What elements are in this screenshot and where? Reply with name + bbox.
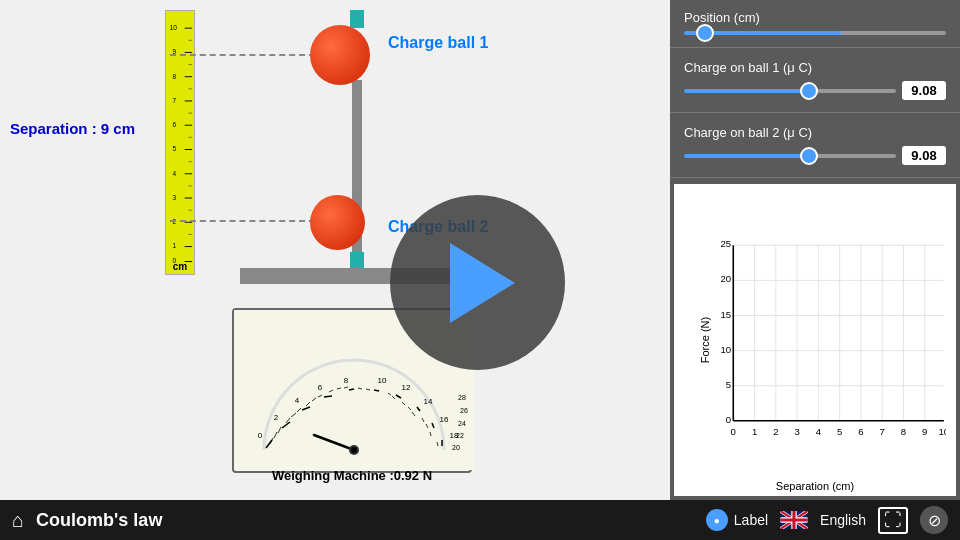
- svg-text:10: 10: [378, 376, 387, 385]
- svg-text:6: 6: [173, 121, 177, 128]
- right-panel: Position (cm) Charge on ball 1 (μ C) 9.0…: [670, 0, 960, 500]
- charge-ball2-control: Charge on ball 2 (μ C) 9.08: [670, 115, 960, 175]
- charge-ball1-slider[interactable]: [684, 89, 896, 93]
- svg-text:26: 26: [460, 407, 468, 414]
- svg-text:7: 7: [173, 97, 177, 104]
- separation-label: Separation : 9 cm: [10, 120, 135, 137]
- divider-1: [670, 47, 960, 48]
- svg-text:16: 16: [440, 415, 449, 424]
- charge-ball-1[interactable]: [310, 25, 370, 85]
- svg-text:10: 10: [170, 24, 178, 31]
- position-label: Position (cm): [684, 10, 946, 25]
- weighing-machine-label: Weighing Machine :0.92 N: [232, 468, 472, 483]
- svg-text:2: 2: [773, 426, 778, 437]
- charge-ball1-label: Charge on ball 1 (μ C): [684, 60, 946, 75]
- divider-3: [670, 177, 960, 178]
- svg-text:1: 1: [752, 426, 757, 437]
- graph-x-label: Separation (cm): [776, 480, 854, 492]
- svg-text:3: 3: [794, 426, 799, 437]
- svg-text:8: 8: [344, 376, 349, 385]
- svg-text:20: 20: [721, 274, 732, 285]
- svg-text:20: 20: [452, 444, 460, 451]
- ruler: 10 9 8 7 6 5 4 3: [165, 10, 195, 275]
- svg-text:1: 1: [173, 242, 177, 249]
- svg-line-38: [324, 396, 332, 397]
- settings-icon: ⊘: [928, 511, 941, 530]
- svg-text:12: 12: [402, 383, 411, 392]
- charge-ball1-control: Charge on ball 1 (μ C) 9.08: [670, 50, 960, 110]
- bottom-bar: ⌂ Coulomb's law ● Label English ⛶ ⊘: [0, 500, 960, 540]
- svg-text:4: 4: [816, 426, 822, 437]
- dashed-line-ball2: [170, 220, 315, 222]
- svg-text:4: 4: [173, 170, 177, 177]
- label-button[interactable]: ● Label: [706, 509, 768, 531]
- svg-text:5: 5: [837, 426, 842, 437]
- svg-text:10: 10: [721, 344, 732, 355]
- ruler-unit-label: cm: [173, 261, 187, 272]
- svg-text:3: 3: [173, 194, 177, 201]
- svg-text:25: 25: [721, 238, 732, 249]
- simulation-area: Separation : 9 cm 10 9 8 7 6 5: [0, 0, 670, 500]
- stand-rod: [352, 80, 362, 280]
- svg-text:7: 7: [880, 426, 885, 437]
- svg-text:14: 14: [424, 397, 433, 406]
- label-text: Label: [734, 512, 768, 528]
- svg-point-82: [351, 447, 357, 453]
- svg-text:22: 22: [456, 432, 464, 439]
- svg-line-40: [349, 389, 354, 390]
- force-graph: Force (N) Separation (cm) 0 5 10 15 20 2…: [674, 184, 956, 496]
- graph-y-label: Force (N): [699, 317, 711, 363]
- position-control: Position (cm): [670, 0, 960, 45]
- svg-text:2: 2: [274, 413, 279, 422]
- svg-text:15: 15: [721, 309, 732, 320]
- play-icon: [450, 243, 515, 323]
- fullscreen-button[interactable]: ⛶: [878, 507, 908, 534]
- svg-text:0: 0: [726, 414, 731, 425]
- language-label[interactable]: English: [820, 512, 866, 528]
- graph-svg: 0 5 10 15 20 25 0: [712, 194, 946, 471]
- divider-2: [670, 112, 960, 113]
- flag-icon: [780, 511, 808, 529]
- ball1-label: Charge ball 1: [388, 34, 488, 52]
- home-button[interactable]: ⌂: [12, 509, 24, 532]
- dashed-line-ball1: [170, 54, 315, 56]
- charge-ball2-value: 9.08: [902, 146, 946, 165]
- svg-text:9: 9: [922, 426, 927, 437]
- svg-text:6: 6: [318, 383, 323, 392]
- svg-text:6: 6: [858, 426, 863, 437]
- svg-line-42: [374, 390, 379, 391]
- play-button[interactable]: [390, 195, 565, 370]
- charge-ball-2[interactable]: [310, 195, 365, 250]
- svg-text:24: 24: [458, 420, 466, 427]
- svg-text:5: 5: [726, 379, 731, 390]
- label-icon: ●: [706, 509, 728, 531]
- charge-ball1-value: 9.08: [902, 81, 946, 100]
- svg-text:8: 8: [901, 426, 906, 437]
- svg-text:0: 0: [731, 426, 736, 437]
- svg-text:10: 10: [939, 426, 946, 437]
- charge-ball2-label: Charge on ball 2 (μ C): [684, 125, 946, 140]
- svg-text:28: 28: [458, 394, 466, 401]
- svg-text:5: 5: [173, 145, 177, 152]
- svg-text:0: 0: [258, 431, 263, 440]
- svg-text:8: 8: [173, 73, 177, 80]
- svg-text:4: 4: [295, 396, 300, 405]
- charge-ball2-slider[interactable]: [684, 154, 896, 158]
- app-title: Coulomb's law: [36, 510, 694, 531]
- position-slider[interactable]: [684, 31, 946, 35]
- stand-teal-top: [350, 10, 364, 28]
- settings-button[interactable]: ⊘: [920, 506, 948, 534]
